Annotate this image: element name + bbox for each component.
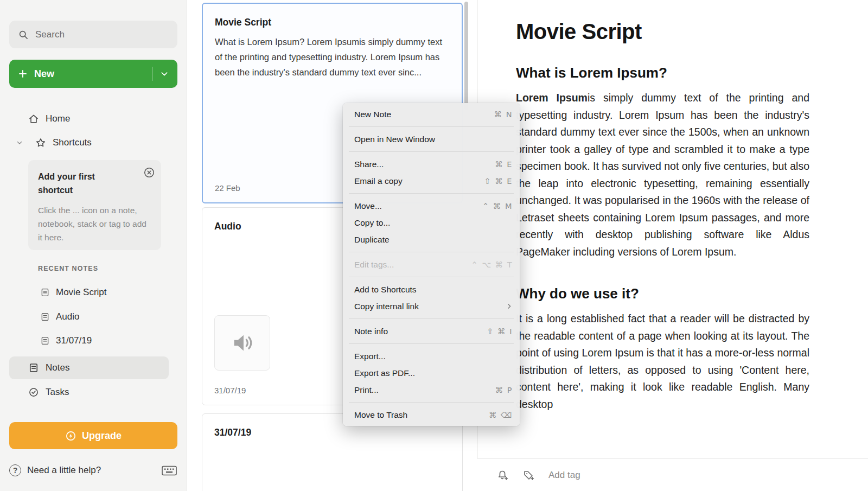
menu-item-add-to-shortcuts[interactable]: Add to Shortcuts [343,281,520,298]
keyboard-shortcuts-icon[interactable] [161,465,177,476]
home-icon [28,113,39,124]
recent-note-audio[interactable]: Audio [9,306,169,328]
shortcut-hint: ⌃ ⌥ ⌘ T [471,260,513,269]
task-check-icon [28,387,39,398]
note-icon [40,336,50,346]
star-icon [35,137,46,148]
note-icon [40,312,50,322]
speaker-icon [230,330,255,355]
shortcut-onboarding-card: Add your first shortcut Click the ... ic… [28,160,161,250]
audio-attachment-thumbnail[interactable] [214,315,270,371]
note-card-title: Movie Script [215,17,450,28]
note-card-preview: What is Lorem Ipsum? Lorem Ipsumis simpl… [215,34,450,80]
add-reminder-bell-icon[interactable] [496,469,509,482]
search-icon [18,29,29,40]
recent-note-label: Movie Script [56,287,107,298]
menu-item-print[interactable]: Print...⌘ P [343,381,520,398]
menu-divider [349,343,514,344]
menu-item-copy-to[interactable]: Copy to... [343,214,520,231]
editor-footer-bar: Add tag [477,458,868,491]
sidebar-item-home[interactable]: Home [9,107,169,130]
upgrade-button[interactable]: Upgrade [9,422,177,449]
plus-icon [18,69,28,79]
section-heading[interactable]: What is Lorem Ipsum? [516,65,809,81]
sidebar-item-notes[interactable]: Notes [9,356,169,379]
menu-divider [349,318,514,319]
new-button-label: New [34,68,54,80]
note-paragraph[interactable]: Lorem Ipsumis simply dummy text of the p… [516,90,809,260]
menu-divider [349,126,514,127]
help-row: ? Need a little help? [9,458,177,482]
chevron-down-icon[interactable] [160,69,169,78]
search-box[interactable] [9,21,177,48]
new-button-divider [152,67,153,81]
sidebar-item-tasks[interactable]: Tasks [9,381,169,404]
note-paragraph[interactable]: It is a long established fact that a rea… [516,310,809,413]
recent-note-movie-script[interactable]: Movie Script [9,282,169,303]
shortcut-hint: ⌃ ⌘ M [482,202,513,211]
note-editor-panel: Movie Script What is Lorem Ipsum? Lorem … [477,0,868,491]
sidebar-item-label: Tasks [46,387,69,398]
search-input[interactable] [35,29,169,40]
recent-note-label: Audio [56,311,79,322]
menu-item-export-as-pdf[interactable]: Export as PDF... [343,365,520,381]
sidebar-item-label: Notes [46,362,69,373]
shortcut-card-title: Add your first shortcut [38,170,119,197]
recent-note-date[interactable]: 31/07/19 [9,330,169,352]
menu-item-duplicate[interactable]: Duplicate [343,231,520,248]
help-icon[interactable]: ? [9,464,21,476]
sidebar: New Home Shortcuts Add your first shortc… [0,0,187,491]
shortcut-card-body: Click the ... icon on a note, notebook, … [38,203,149,244]
evernote-app-window: New Home Shortcuts Add your first shortc… [0,0,868,491]
note-card-date: 22 Feb [215,183,240,193]
note-context-menu: New Note⌘ N Open in New Window Share...⌘… [343,103,520,426]
sidebar-item-label: Shortcuts [53,137,92,148]
menu-item-move[interactable]: Move...⌃ ⌘ M [343,197,520,214]
chevron-down-icon[interactable] [16,139,24,146]
recent-notes-header: RECENT NOTES [38,265,98,272]
menu-item-edit-tags: Edit tags...⌃ ⌥ ⌘ T [343,256,520,273]
menu-divider [349,193,514,194]
menu-divider [349,151,514,152]
menu-item-share[interactable]: Share...⌘ E [343,156,520,173]
close-icon[interactable] [143,167,155,178]
menu-divider [349,277,514,277]
menu-item-export[interactable]: Export... [343,348,520,365]
recent-note-label: 31/07/19 [56,335,92,346]
sidebar-item-shortcuts[interactable]: Shortcuts [9,131,169,154]
sidebar-item-label: Home [46,113,70,124]
menu-item-open-in-new-window[interactable]: Open in New Window [343,131,520,148]
menu-divider [349,252,514,252]
shortcut-hint: ⌘ ⌫ [489,411,513,419]
note-card-date: 31/07/19 [214,386,246,395]
note-title[interactable]: Movie Script [516,20,809,44]
menu-item-email-a-copy[interactable]: Email a copy⇧ ⌘ E [343,173,520,189]
section-heading[interactable]: Why do we use it? [516,285,809,302]
menu-divider [349,402,514,403]
add-tag-label[interactable]: Add tag [548,470,580,481]
shortcut-hint: ⌘ N [494,110,513,119]
new-note-button[interactable]: New [9,60,177,88]
shortcut-hint: ⌘ P [495,386,513,394]
premium-icon [65,430,76,442]
note-card-title: 31/07/19 [214,427,450,438]
note-icon [40,288,50,297]
help-label[interactable]: Need a little help? [27,465,101,476]
bold-lead-text: Lorem Ipsum [516,92,588,104]
add-tag-icon[interactable] [522,469,535,482]
submenu-chevron-right-icon [506,303,513,310]
menu-item-note-info[interactable]: Note info⇧ ⌘ I [343,323,520,340]
note-list-scrollbar[interactable] [464,2,468,110]
shortcut-hint: ⇧ ⌘ E [484,177,513,186]
shortcut-hint: ⇧ ⌘ I [487,327,513,336]
paragraph-text: It is a long established fact that a rea… [516,313,809,410]
paragraph-text: is simply dummy text of the printing and… [516,92,809,258]
shortcut-hint: ⌘ E [495,160,513,169]
menu-item-new-note[interactable]: New Note⌘ N [343,106,520,123]
upgrade-label: Upgrade [82,430,122,442]
menu-item-move-to-trash[interactable]: Move to Trash⌘ ⌫ [343,406,520,423]
notes-icon [28,362,39,373]
menu-item-copy-internal-link[interactable]: Copy internal link [343,298,520,315]
